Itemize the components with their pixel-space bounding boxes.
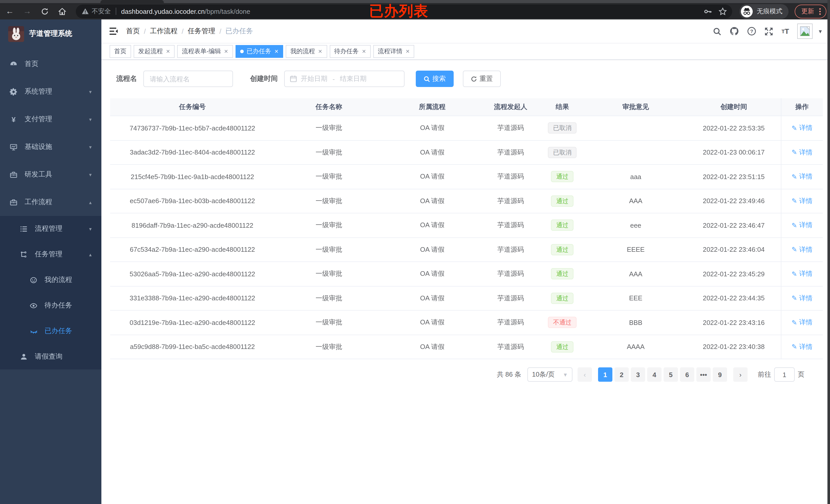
svg-text:¥: ¥ bbox=[11, 115, 15, 123]
more-pages-button[interactable]: ••• bbox=[696, 367, 711, 382]
sidebar-item-研发工具[interactable]: 研发工具▾ bbox=[0, 161, 101, 188]
window-edge-scrollbar[interactable] bbox=[827, 0, 830, 504]
detail-link[interactable]: ✎详情 bbox=[792, 269, 812, 279]
breadcrumb-item-任务管理[interactable]: 任务管理 bbox=[188, 27, 215, 36]
page-button-3[interactable]: 3 bbox=[631, 367, 645, 382]
tab-流程详情[interactable]: 流程详情✕ bbox=[373, 45, 414, 58]
task-id-cell: 3adac3d2-7b9d-11ec-8404-acde48001122 bbox=[110, 149, 275, 156]
tab-流程表单-编辑[interactable]: 流程表单-编辑✕ bbox=[178, 45, 233, 58]
page-button-9[interactable]: 9 bbox=[713, 367, 727, 382]
yen-icon: ¥ bbox=[10, 115, 18, 123]
detail-link[interactable]: ✎详情 bbox=[792, 124, 812, 133]
update-label: 更新 bbox=[801, 7, 814, 15]
search-button[interactable]: 搜索 bbox=[416, 71, 453, 87]
table-header-row: 任务编号任务名称所属流程流程发起人结果审批意见创建时间操作 bbox=[110, 98, 823, 116]
actions-cell: ✎详情 bbox=[781, 262, 823, 286]
date-start-placeholder[interactable]: 开始日期 bbox=[301, 74, 327, 83]
tab-首页[interactable]: 首页 bbox=[109, 45, 131, 58]
sidebar-item-支付管理[interactable]: ¥支付管理▾ bbox=[0, 105, 101, 133]
reload-icon[interactable] bbox=[37, 5, 52, 18]
back-icon[interactable]: ← bbox=[2, 5, 18, 18]
sidebar-item-已办任务[interactable]: 已办任务 bbox=[0, 318, 101, 344]
page-button-1[interactable]: 1 bbox=[598, 367, 612, 382]
browser-menu-icon[interactable] bbox=[818, 7, 822, 15]
task-id-cell: 74736737-7b9b-11ec-b5b7-acde48001122 bbox=[110, 124, 275, 132]
search-icon[interactable] bbox=[713, 27, 722, 36]
collapse-sidebar-icon[interactable] bbox=[109, 27, 119, 35]
active-tab-dot bbox=[240, 49, 244, 53]
browser-active-tab[interactable] bbox=[100, 0, 164, 3]
close-tab-icon[interactable]: ✕ bbox=[318, 48, 322, 54]
close-tab-icon[interactable]: ✕ bbox=[224, 48, 228, 54]
page-button-5[interactable]: 5 bbox=[664, 367, 678, 382]
reset-button[interactable]: 重置 bbox=[462, 71, 501, 87]
github-icon[interactable] bbox=[730, 27, 739, 36]
sidebar-item-流程管理[interactable]: 流程管理▾ bbox=[0, 216, 101, 241]
task-id-cell: 67c534a2-7b9a-11ec-a290-acde48001122 bbox=[110, 246, 275, 254]
detail-link[interactable]: ✎详情 bbox=[792, 172, 812, 181]
sidebar-item-我的流程[interactable]: 我的流程 bbox=[0, 267, 101, 293]
url-text[interactable]: dashboard.yudao.iocoder.cn/bpm/task/done bbox=[121, 7, 250, 15]
breadcrumb-item-工作流程[interactable]: 工作流程 bbox=[150, 27, 178, 36]
breadcrumb-item-首页[interactable]: 首页 bbox=[126, 27, 140, 36]
detail-link[interactable]: ✎详情 bbox=[792, 148, 812, 157]
font-size-icon[interactable]: TT bbox=[781, 27, 789, 35]
created-time-cell: 2022-01-22 23:46:47 bbox=[687, 222, 780, 229]
detail-link[interactable]: ✎详情 bbox=[792, 294, 812, 303]
avatar[interactable] bbox=[797, 24, 812, 39]
help-icon[interactable]: ? bbox=[747, 27, 757, 36]
page-button-4[interactable]: 4 bbox=[647, 367, 662, 382]
update-button[interactable]: 更新 bbox=[795, 4, 826, 18]
detail-link[interactable]: ✎详情 bbox=[792, 318, 812, 327]
tab-已办任务[interactable]: 已办任务✕ bbox=[235, 45, 283, 58]
detail-link[interactable]: ✎详情 bbox=[792, 245, 812, 254]
sidebar-item-首页[interactable]: 首页 bbox=[0, 50, 101, 78]
fullscreen-icon[interactable] bbox=[765, 27, 773, 36]
close-tab-icon[interactable]: ✕ bbox=[275, 48, 279, 54]
prev-page-button[interactable]: ‹ bbox=[578, 367, 592, 382]
logo-row[interactable]: 芋道管理系统 bbox=[0, 20, 101, 48]
comment-cell: eee bbox=[585, 222, 687, 229]
next-page-button[interactable]: › bbox=[733, 367, 747, 382]
sidebar-item-基础设施[interactable]: 基础设施▾ bbox=[0, 133, 101, 161]
tab-发起流程[interactable]: 发起流程✕ bbox=[134, 45, 175, 58]
result-cell: 不通过 bbox=[540, 317, 585, 328]
sidebar-item-任务管理[interactable]: 任务管理▴ bbox=[0, 241, 101, 267]
table-row: 53026aa5-7b9a-11ec-a290-acde48001122一级审批… bbox=[110, 262, 823, 286]
avatar-caret-icon[interactable]: ▼ bbox=[818, 28, 823, 34]
tab-待办任务[interactable]: 待办任务✕ bbox=[329, 45, 371, 58]
sidebar-item-待办任务[interactable]: 待办任务 bbox=[0, 293, 101, 318]
not-secure-label[interactable]: 不安全 bbox=[92, 7, 111, 15]
sidebar-item-工作流程[interactable]: 工作流程▴ bbox=[0, 188, 101, 216]
bookmark-star-icon[interactable] bbox=[719, 7, 727, 15]
close-tab-icon[interactable]: ✕ bbox=[166, 48, 170, 54]
close-tab-icon[interactable]: ✕ bbox=[406, 48, 410, 54]
tab-label: 发起流程 bbox=[138, 47, 163, 56]
goto-page-input[interactable] bbox=[774, 367, 795, 382]
tab-我的流程[interactable]: 我的流程✕ bbox=[286, 45, 327, 58]
date-range-picker[interactable]: 开始日期 - 结束日期 bbox=[284, 71, 404, 87]
page-button-6[interactable]: 6 bbox=[680, 367, 694, 382]
detail-link[interactable]: ✎详情 bbox=[792, 221, 812, 230]
result-cell: 通过 bbox=[540, 220, 585, 231]
pen-icon: ✎ bbox=[792, 343, 797, 351]
date-end-placeholder[interactable]: 结束日期 bbox=[340, 74, 366, 83]
forward-icon[interactable]: → bbox=[20, 5, 35, 18]
key-icon[interactable] bbox=[704, 7, 712, 15]
date-separator: - bbox=[332, 75, 335, 82]
sidebar-item-请假查询[interactable]: 请假查询 bbox=[0, 344, 101, 369]
starter-cell: 芋道源码 bbox=[481, 318, 540, 327]
task-name-cell: 一级审批 bbox=[275, 294, 383, 303]
process-name-input[interactable] bbox=[143, 71, 233, 87]
detail-link[interactable]: ✎详情 bbox=[792, 197, 812, 206]
starter-cell: 芋道源码 bbox=[481, 221, 540, 230]
close-tab-icon[interactable]: ✕ bbox=[362, 48, 366, 54]
sidebar-item-系统管理[interactable]: 系统管理▾ bbox=[0, 78, 101, 105]
home-icon[interactable] bbox=[54, 5, 70, 18]
created-time-cell: 2022-01-22 23:43:16 bbox=[687, 319, 780, 327]
page-size-select[interactable]: 10条/页 ▼ bbox=[528, 367, 572, 382]
page-button-2[interactable]: 2 bbox=[614, 367, 629, 382]
actions-cell: ✎详情 bbox=[781, 335, 823, 359]
task-id-cell: 03d1219e-7b9a-11ec-a290-acde48001122 bbox=[110, 319, 275, 327]
detail-link[interactable]: ✎详情 bbox=[792, 342, 812, 351]
